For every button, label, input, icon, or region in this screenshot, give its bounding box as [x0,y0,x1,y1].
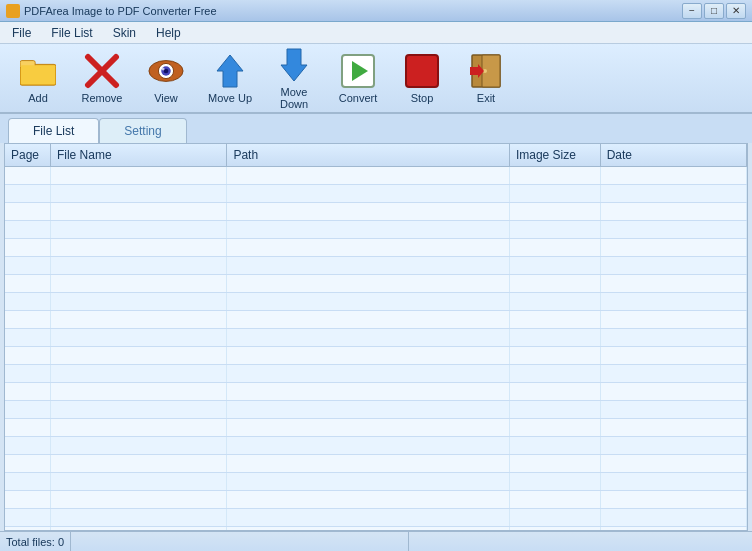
convert-button[interactable]: Convert [328,48,388,108]
stop-button[interactable]: Stop [392,48,452,108]
maximize-button[interactable]: □ [704,3,724,19]
col-header-path: Path [227,144,509,167]
col-header-date: Date [600,144,746,167]
status-section-2 [72,532,409,551]
svg-point-9 [162,67,165,70]
menu-skin[interactable]: Skin [105,24,144,42]
remove-button[interactable]: Remove [72,48,132,108]
exit-button[interactable]: Exit [456,48,516,108]
arrow-up-icon [212,53,248,89]
stop-icon [404,53,440,89]
table-row [5,203,747,221]
menu-help[interactable]: Help [148,24,189,42]
tab-bar: File List Setting [0,114,752,143]
table-header-row: Page File Name Path Image Size Date [5,144,747,167]
svg-marker-10 [217,55,243,87]
convert-label: Convert [339,92,378,104]
close-button[interactable]: ✕ [726,3,746,19]
svg-marker-11 [281,49,307,81]
app-icon [6,4,20,18]
col-header-size: Image Size [509,144,600,167]
table-row [5,185,747,203]
table-row [5,491,747,509]
content-wrapper: File List Setting Page File Name Path [0,114,752,551]
table-row [5,383,747,401]
stop-label: Stop [411,92,434,104]
status-total-files: Total files: 0 [6,532,71,551]
add-button[interactable]: Add [8,48,68,108]
col-header-page: Page [5,144,50,167]
view-button[interactable]: View [136,48,196,108]
add-label: Add [28,92,48,104]
tab-file-list[interactable]: File List [8,118,99,143]
exit-label: Exit [477,92,495,104]
remove-label: Remove [82,92,123,104]
table-row [5,509,747,527]
convert-icon [340,53,376,89]
table-row [5,419,747,437]
table-row [5,257,747,275]
table-body [5,167,747,532]
view-label: View [154,92,178,104]
menu-file[interactable]: File [4,24,39,42]
move-down-button[interactable]: Move Down [264,48,324,108]
tab-setting[interactable]: Setting [99,118,186,143]
table-row [5,455,747,473]
svg-rect-14 [406,55,438,87]
title-controls[interactable]: − □ ✕ [682,3,746,19]
table-row [5,347,747,365]
table-row [5,293,747,311]
status-bar: Total files: 0 [0,531,752,551]
title-bar: PDFArea Image to PDF Converter Free − □ … [0,0,752,22]
minimize-button[interactable]: − [682,3,702,19]
title-text: PDFArea Image to PDF Converter Free [24,5,217,17]
table-row [5,167,747,185]
eye-icon [148,53,184,89]
svg-rect-2 [21,65,55,84]
x-icon [84,53,120,89]
move-up-label: Move Up [208,92,252,104]
table-row [5,221,747,239]
exit-icon [468,53,504,89]
folder-icon [20,53,56,89]
file-table-wrapper: Page File Name Path Image Size Date [4,143,748,531]
table-row [5,275,747,293]
menu-file-list[interactable]: File List [43,24,100,42]
move-up-button[interactable]: Move Up [200,48,260,108]
table-row [5,365,747,383]
table-row [5,473,747,491]
arrow-down-icon [276,47,312,83]
status-section-3 [410,532,746,551]
title-left: PDFArea Image to PDF Converter Free [6,4,217,18]
file-table: Page File Name Path Image Size Date [5,144,747,531]
table-row [5,401,747,419]
col-header-filename: File Name [50,144,227,167]
toolbar: Add Remove View [0,44,752,114]
table-row [5,311,747,329]
table-row [5,437,747,455]
move-down-label: Move Down [265,86,323,110]
table-row [5,329,747,347]
menu-bar: File File List Skin Help [0,22,752,44]
table-row [5,239,747,257]
